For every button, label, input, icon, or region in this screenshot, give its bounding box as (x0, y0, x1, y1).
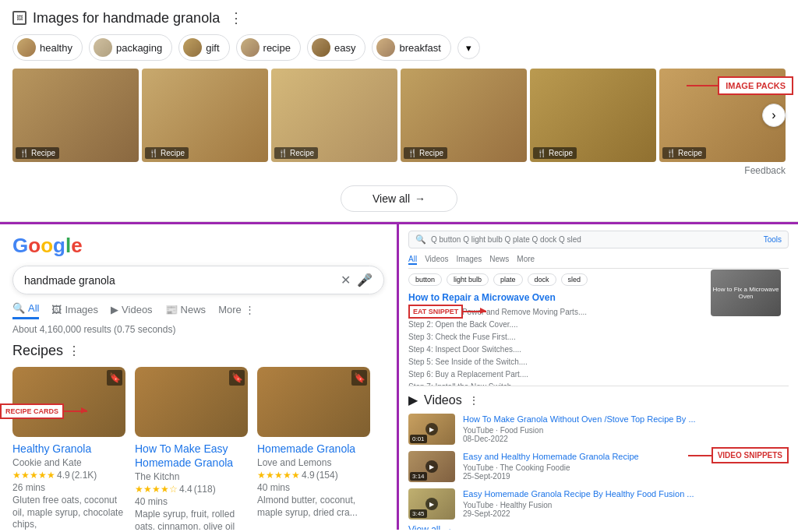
video-title-1[interactable]: How To Make Granola Without Oven /Stove … (463, 414, 789, 425)
step-2: Step 2: Open the Back Cover.... (408, 319, 789, 331)
pill-packaging[interactable]: packaging (89, 34, 172, 61)
recipe-card-img-2[interactable]: 🔖 (135, 367, 248, 437)
mini-tab-all[interactable]: All (408, 255, 417, 265)
featured-img-label: How to Fix a Microwave Oven (711, 286, 781, 300)
mini-pill-dock[interactable]: dock (528, 273, 556, 286)
mini-tab-more[interactable]: More (517, 255, 535, 265)
pill-packaging-img (94, 38, 112, 57)
play-icon-1: ▶ (425, 423, 438, 435)
tools-link[interactable]: Tools (764, 235, 782, 244)
image-icon: 🖼 (12, 11, 26, 25)
video-thumb-2[interactable]: ▶ 3:14 (408, 451, 455, 482)
nav-videos[interactable]: ▶ Videos (111, 304, 153, 319)
image-tile-3[interactable]: 🍴 Recipe (271, 69, 397, 162)
recipe-card-ingredients-3: Almond butter, coconut, maple syrup, dri… (257, 495, 370, 519)
video-duration-3: 3:45 (410, 509, 427, 518)
recipe-card-title-2[interactable]: How To Make Easy Homemade Granola (135, 442, 248, 470)
video-title-3[interactable]: Easy Homemade Granola Recipe By Healthy … (463, 488, 789, 499)
step-5: Step 5: See Inside of the Switch.... (408, 356, 789, 368)
recipe-card-title-3[interactable]: Homemade Granola (257, 442, 370, 456)
nav-images-label: Images (65, 304, 98, 315)
vs-line (688, 455, 711, 456)
view-all-label: View all (373, 192, 410, 205)
recipe-cards-row: 🔖 Healthy Granola Cookie and Kate ★★★★★ … (12, 367, 384, 530)
recipe-tag-5: 🍴 Recipe (533, 147, 577, 159)
view-all-button[interactable]: View all → (341, 185, 457, 212)
google-logo: Google (12, 234, 384, 258)
mini-pill-plate[interactable]: plate (493, 273, 523, 286)
nav-all[interactable]: 🔍 All (12, 302, 39, 319)
recipe-card-reviews-1: (2.1K) (72, 470, 97, 481)
pill-healthy-label: healthy (40, 42, 72, 54)
more-pills-dropdown[interactable]: ▾ (457, 37, 480, 59)
recipe-tag-2: 🍴 Recipe (145, 147, 189, 159)
video-date-3: 29-Sept-2022 (463, 509, 789, 518)
video-date-1: 08-Dec-2022 (463, 435, 789, 443)
videos-more-icon[interactable]: ⋮ (468, 394, 479, 407)
bookmark-icon-3[interactable]: 🔖 (351, 370, 367, 386)
section-more-icon[interactable]: ⋮ (68, 344, 80, 358)
image-tile-5[interactable]: 🍴 Recipe (530, 69, 656, 162)
featured-microwave-img: How to Fix a Microwave Oven (711, 270, 781, 316)
view-all-arrow: → (415, 192, 425, 205)
nav-more[interactable]: More ⋮ (218, 304, 255, 319)
pill-healthy[interactable]: healthy (12, 34, 83, 61)
mini-pill-lightbulb[interactable]: light bulb (447, 273, 489, 286)
mini-pill-button[interactable]: button (408, 273, 442, 286)
play-icon-3: ▶ (425, 498, 438, 510)
recipe-card-source-2: The Kitchn (135, 471, 248, 482)
annotation-line (687, 85, 718, 86)
videos-view-all[interactable]: View all → (408, 524, 789, 530)
pill-gift[interactable]: gift (178, 34, 229, 61)
search-box[interactable]: ✕ 🎤 (12, 266, 384, 294)
nav-videos-label: Videos (122, 304, 153, 315)
left-column: Google ✕ 🎤 🔍 All 🖼 Images ▶ Videos 📰 (0, 224, 399, 530)
pill-recipe[interactable]: recipe (236, 34, 301, 61)
pill-easy-label: easy (334, 42, 355, 54)
more-options-icon[interactable]: ⋮ (229, 9, 243, 26)
recipe-cards-annotation: RECIPE CARDS (0, 403, 87, 419)
bookmark-icon-2[interactable]: 🔖 (229, 370, 245, 386)
eat-snippet-annotation: EAT SNIPPET (408, 305, 486, 319)
pill-easy[interactable]: easy (307, 34, 365, 61)
video-thumb-3[interactable]: ▶ 3:45 (408, 488, 455, 520)
video-duration-2: 3:14 (410, 472, 427, 481)
clear-search-icon[interactable]: ✕ (341, 273, 351, 287)
image-packs-annotation: IMAGE PACKS (687, 76, 793, 95)
nav-more-label: More (218, 304, 242, 315)
recipe-card-img-3[interactable]: 🔖 (257, 367, 370, 437)
mini-tab-videos[interactable]: Videos (425, 255, 448, 265)
bookmark-icon-1[interactable]: 🔖 (107, 370, 122, 386)
image-tile-4[interactable]: 🍴 Recipe (401, 69, 527, 162)
recipe-tag-3: 🍴 Recipe (274, 147, 318, 159)
video-list: ▶ 0:01 How To Make Granola Without Oven … (408, 414, 789, 520)
search-nav: 🔍 All 🖼 Images ▶ Videos 📰 News More ⋮ (12, 302, 384, 319)
google-g2: g (53, 234, 65, 257)
recipe-tag-1: 🍴 Recipe (16, 147, 59, 159)
nav-images[interactable]: 🖼 Images (51, 304, 98, 319)
nav-news-icon: 📰 (165, 304, 178, 315)
nav-news[interactable]: 📰 News (165, 304, 207, 319)
mic-icon[interactable]: 🎤 (357, 273, 373, 287)
next-images-arrow[interactable]: › (762, 104, 786, 127)
nav-images-icon: 🖼 (51, 304, 62, 315)
recipe-card-stars-3: ★★★★★ 4.9 (154) (257, 470, 370, 481)
recipe-card-title-1[interactable]: Healthy Granola (12, 442, 125, 456)
video-thumb-1[interactable]: ▶ 0:01 (408, 414, 455, 445)
mini-tab-news[interactable]: News (489, 255, 509, 265)
recipe-card-img-1[interactable]: 🔖 (12, 367, 125, 437)
image-tile-2[interactable]: 🍴 Recipe (142, 69, 268, 162)
video-duration-1: 0:01 (410, 435, 427, 443)
recipe-card-source-3: Love and Lemons (257, 457, 370, 468)
pill-breakfast[interactable]: breakfast (372, 34, 450, 61)
pill-recipe-img (241, 38, 260, 57)
search-input[interactable] (24, 274, 334, 287)
videos-view-all-label: View all (408, 524, 440, 530)
camera-icon: ▶ (408, 393, 418, 407)
step-7: Step 7: Install the New Switch.... (408, 381, 789, 386)
recipe-card-reviews-3: (154) (316, 470, 338, 481)
image-tile-1[interactable]: 🍴 Recipe (12, 69, 139, 162)
mini-tab-images[interactable]: Images (457, 255, 482, 265)
mini-search-icon: 🔍 (415, 234, 426, 245)
mini-pill-sled[interactable]: sled (561, 273, 588, 286)
